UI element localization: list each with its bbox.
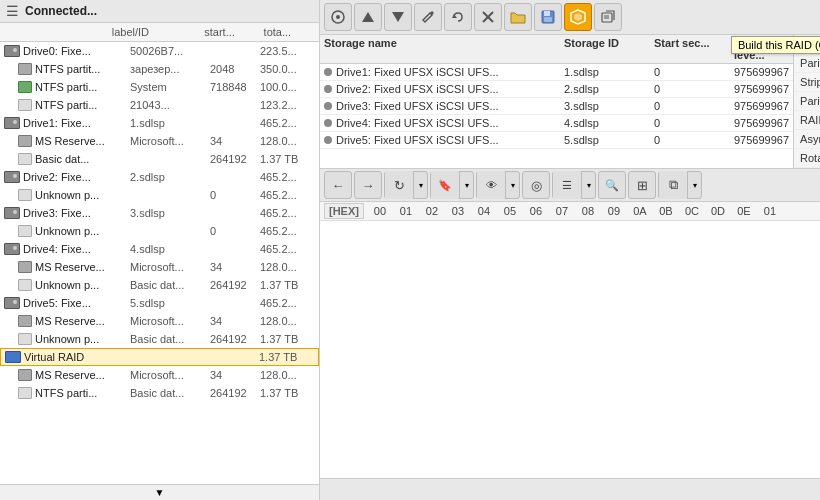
table-row[interactable]: Drive5: Fixed UFSX iSCSI UFS... 5.sdlsp … (320, 132, 793, 149)
item-start: 34 (210, 135, 260, 147)
sidebar-menu-item-parity-delay[interactable]: Parity dela... (794, 92, 820, 111)
refresh-dropdown-arrow[interactable]: ▾ (413, 171, 427, 199)
item-label: 50026B7... (130, 45, 210, 57)
build-raid-button[interactable] (564, 3, 592, 31)
item-label: 4.sdlsp (130, 243, 210, 255)
item-name: MS Reserve... (35, 135, 130, 147)
tree-item[interactable]: Drive1: Fixe... 1.sdlsp 465.2... (0, 114, 319, 132)
td-id: 3.sdlsp (564, 100, 654, 112)
sidebar-menu-item-asynchro[interactable]: Asynchro... (794, 130, 820, 149)
tree-item[interactable]: MS Reserve... Microsoft... 34 128.0... (0, 132, 319, 150)
sidebar-menu-item-rotation[interactable]: Rotation s... (794, 149, 820, 168)
td-id: 5.sdlsp (564, 134, 654, 146)
tree-area[interactable]: Drive0: Fixe... 50026B7... 223.5... NTFS… (0, 42, 319, 484)
scan-button[interactable] (324, 3, 352, 31)
td-level: 975699967 (734, 66, 789, 78)
up-button[interactable] (354, 3, 382, 31)
tree-item[interactable]: Unknown p... 0 465.2... (0, 186, 319, 204)
eye-button[interactable]: 👁 (477, 171, 505, 199)
grid-button[interactable]: ⊞ (628, 171, 656, 199)
drive-name: Drive2: Fixed UFSX iSCSI UFS... (336, 83, 499, 95)
tree-item[interactable]: Drive4: Fixe... 4.sdlsp 465.2... (0, 240, 319, 258)
tree-item[interactable]: MS Reserve... Microsoft... 34 128.0... (0, 258, 319, 276)
close-button[interactable] (474, 3, 502, 31)
table-row[interactable]: Drive3: Fixed UFSX iSCSI UFS... 3.sdlsp … (320, 98, 793, 115)
tree-item[interactable]: Unknown p... Basic dat... 264192 1.37 TB (0, 276, 319, 294)
tree-item[interactable]: Drive5: Fixe... 5.sdlsp 465.2... (0, 294, 319, 312)
hex-col: 06 (524, 205, 548, 217)
refresh-button[interactable]: ↻ (385, 171, 413, 199)
td-name: Drive4: Fixed UFSX iSCSI UFS... (324, 117, 564, 129)
tree-item[interactable]: Unknown p... 0 465.2... (0, 222, 319, 240)
svg-rect-9 (544, 17, 552, 22)
panel-title: Connected... (25, 4, 313, 18)
item-name: Virtual RAID (24, 351, 129, 363)
tree-item[interactable]: Drive3: Fixe... 3.sdlsp 465.2... (0, 204, 319, 222)
sidebar-menu-item-parity-dist[interactable]: Parity dist... (794, 54, 820, 73)
down-button[interactable] (384, 3, 412, 31)
edit-button[interactable] (414, 3, 442, 31)
tree-item[interactable]: NTFS parti... Basic dat... 264192 1.37 T… (0, 384, 319, 402)
item-label: 2.sdlsp (130, 171, 210, 183)
tree-item[interactable]: Drive0: Fixe... 50026B7... 223.5... (0, 42, 319, 60)
partition-basic-icon (18, 333, 32, 345)
tree-item[interactable]: Drive2: Fixe... 2.sdlsp 465.2... (0, 168, 319, 186)
hex-col: 09 (602, 205, 626, 217)
list-dropdown-arrow[interactable]: ▾ (581, 171, 595, 199)
left-panel-header: ☰ Connected... (0, 0, 319, 23)
bookmark-dropdown[interactable]: 🔖 ▾ (430, 171, 474, 199)
tree-item[interactable]: Unknown p... Basic dat... 264192 1.37 TB (0, 330, 319, 348)
drive-name: Drive1: Fixed UFSX iSCSI UFS... (336, 66, 499, 78)
refresh-dropdown[interactable]: ↻ ▾ (384, 171, 428, 199)
sidebar-menu-item-stripe-size[interactable]: Stripe size... (794, 73, 820, 92)
table-row[interactable]: Drive1: Fixed UFSX iSCSI UFS... 1.sdlsp … (320, 64, 793, 81)
hex-col: 03 (446, 205, 470, 217)
tree-item[interactable]: NTFS parti... System 718848 100.0... (0, 78, 319, 96)
item-total: 1.37 TB (260, 153, 315, 165)
table-row[interactable]: Drive4: Fixed UFSX iSCSI UFS... 4.sdlsp … (320, 115, 793, 132)
eye-dropdown[interactable]: 👁 ▾ (476, 171, 520, 199)
tree-item[interactable]: MS Reserve... Microsoft... 34 128.0... (0, 312, 319, 330)
save-button[interactable] (534, 3, 562, 31)
drive-name: Drive5: Fixed UFSX iSCSI UFS... (336, 134, 499, 146)
hex-col: 0B (654, 205, 678, 217)
col-start-sector: Start sec... (654, 37, 734, 61)
svg-marker-11 (574, 13, 582, 21)
copy-dropdown-arrow[interactable]: ▾ (687, 171, 701, 199)
tree-item[interactable]: Basic dat... 264192 1.37 TB (0, 150, 319, 168)
bookmark-button[interactable]: 🔖 (431, 171, 459, 199)
search-button[interactable]: 🔍 (598, 171, 626, 199)
nav-forward-button[interactable]: → (354, 171, 382, 199)
item-label: 1.sdlsp (130, 117, 210, 129)
list-dropdown[interactable]: ☰ ▾ (552, 171, 596, 199)
item-total: 128.0... (260, 369, 315, 381)
list-button[interactable]: ☰ (553, 171, 581, 199)
open-button[interactable] (504, 3, 532, 31)
tree-item[interactable]: MS Reserve... Microsoft... 34 128.0... (0, 366, 319, 384)
copy-dropdown[interactable]: ⧉ ▾ (658, 171, 702, 199)
scroll-down-btn[interactable]: ▼ (0, 484, 319, 500)
item-label: 21043... (130, 99, 210, 111)
hex-col: 08 (576, 205, 600, 217)
nav-back-button[interactable]: ← (324, 171, 352, 199)
target-button[interactable]: ◎ (522, 171, 550, 199)
item-start: 264192 (210, 387, 260, 399)
table-row[interactable]: Drive2: Fixed UFSX iSCSI UFS... 2.sdlsp … (320, 81, 793, 98)
tree-item[interactable]: Virtual RAID 1.37 TB (0, 348, 319, 366)
bookmark-dropdown-arrow[interactable]: ▾ (459, 171, 473, 199)
undo-button[interactable] (444, 3, 472, 31)
drive-dot (324, 136, 332, 144)
col-total: tota... (260, 25, 319, 39)
eye-dropdown-arrow[interactable]: ▾ (505, 171, 519, 199)
item-total: 465.2... (260, 189, 315, 201)
tree-item[interactable]: NTFS parti... 21043... 123.2... (0, 96, 319, 114)
copy-button[interactable]: ⧉ (659, 171, 687, 199)
tree-item[interactable]: NTFS partit... зарезер... 2048 350.0... (0, 60, 319, 78)
partition-ms-icon (18, 369, 32, 381)
hdd-icon (4, 243, 20, 255)
export-button[interactable] (594, 3, 622, 31)
sidebar-menu-item-raid-alias[interactable]: RAID alias... (794, 111, 820, 130)
drive-name: Drive3: Fixed UFSX iSCSI UFS... (336, 100, 499, 112)
hex-header-row: [HEX] 000102030405060708090A0B0C0D0E01 (320, 202, 820, 221)
drives-table-header: Storage name Storage ID Start sec... RAI… (320, 35, 793, 64)
